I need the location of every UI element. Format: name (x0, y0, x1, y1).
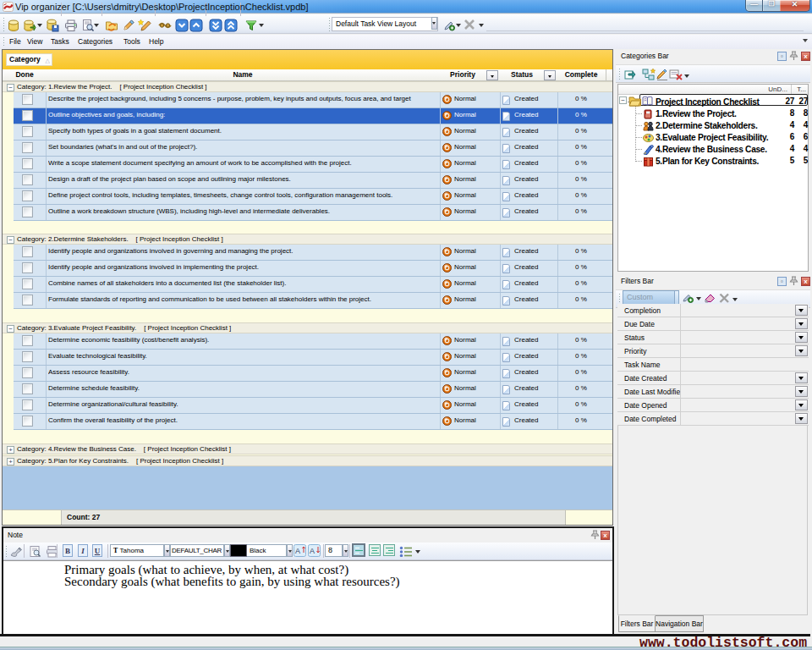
svg-text:A: A (295, 547, 300, 555)
svg-text:A: A (310, 547, 315, 555)
